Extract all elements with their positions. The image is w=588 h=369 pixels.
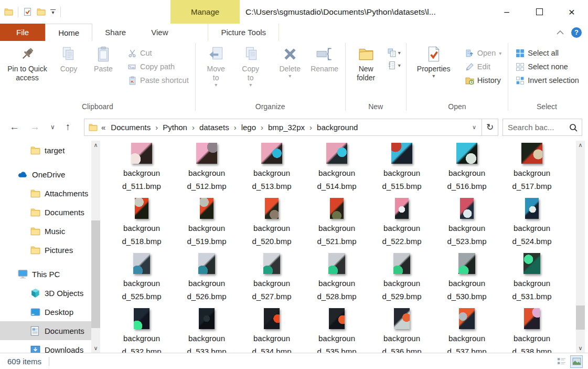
tab-home[interactable]: Home bbox=[45, 24, 92, 41]
sidebar-item-this-pc[interactable]: This PC bbox=[0, 265, 91, 283]
copy-to-button[interactable]: Copy to ▾ bbox=[233, 43, 268, 89]
paste-shortcut-button[interactable]: Paste shortcut bbox=[125, 75, 192, 87]
sidebar-item-music[interactable]: Music bbox=[0, 222, 91, 240]
sidebar-item-documents[interactable]: Documents bbox=[0, 321, 91, 340]
file-tile[interactable]: background_538.bmp bbox=[499, 308, 564, 355]
new-folder-button[interactable]: New folder bbox=[349, 43, 383, 83]
tab-share[interactable]: Share bbox=[92, 24, 138, 41]
file-tile[interactable]: background_534.bmp bbox=[239, 308, 304, 355]
address-dropdown-icon[interactable]: ∨ bbox=[467, 124, 482, 131]
file-tile[interactable]: background_523.bmp bbox=[434, 198, 499, 253]
breadcrumb-item[interactable]: bmp_32px bbox=[266, 123, 307, 132]
delete-button[interactable]: Delete ▾ bbox=[273, 43, 307, 80]
breadcrumb-item[interactable]: lego bbox=[239, 123, 258, 132]
sidebar-scrollbar[interactable]: ∧ ∨ bbox=[91, 141, 100, 353]
scrollbar-thumb[interactable] bbox=[576, 305, 585, 330]
file-tile[interactable]: background_533.bmp bbox=[174, 308, 239, 355]
sidebar-item-documents[interactable]: Documents bbox=[0, 203, 91, 222]
collapse-ribbon-icon[interactable] bbox=[557, 30, 564, 35]
file-tile[interactable]: background_532.bmp bbox=[109, 308, 174, 355]
file-tile[interactable]: background_531.bmp bbox=[499, 253, 564, 308]
copy-button[interactable]: Copy bbox=[51, 43, 86, 75]
invert-selection-button[interactable]: Invert selection bbox=[512, 75, 582, 87]
breadcrumb-overflow-icon[interactable]: « bbox=[101, 123, 109, 132]
sidebar-item-3d-objects[interactable]: 3D Objects bbox=[0, 283, 91, 302]
file-tile[interactable]: background_536.bmp bbox=[369, 308, 434, 355]
customize-toolbar-icon[interactable]: ▾ bbox=[50, 9, 56, 15]
tab-picture-tools[interactable]: Picture Tools bbox=[208, 24, 279, 41]
cut-button[interactable]: Cut bbox=[125, 47, 192, 59]
search-input[interactable] bbox=[503, 123, 569, 132]
properties-button[interactable]: Properties ▾ bbox=[410, 43, 458, 80]
scroll-up-icon[interactable]: ∧ bbox=[91, 141, 100, 150]
file-tile[interactable]: background_519.bmp bbox=[174, 198, 239, 253]
properties-shortcut-icon[interactable] bbox=[23, 7, 32, 16]
up-icon[interactable]: ↑ bbox=[66, 121, 71, 133]
file-tile[interactable]: background_535.bmp bbox=[304, 308, 369, 355]
paste-button[interactable]: Paste bbox=[86, 43, 121, 75]
file-tile[interactable]: background_524.bmp bbox=[499, 198, 564, 253]
sidebar-item-target[interactable]: target bbox=[0, 141, 91, 160]
breadcrumb-item[interactable]: Python bbox=[161, 123, 189, 132]
file-tile[interactable]: background_529.bmp bbox=[369, 253, 434, 308]
file-tile[interactable]: background_511.bmp bbox=[109, 143, 174, 198]
file-tile[interactable]: background_516.bmp bbox=[434, 143, 499, 198]
tab-file[interactable]: File bbox=[0, 24, 45, 41]
folder-icon[interactable] bbox=[4, 7, 13, 16]
file-tile[interactable]: background_518.bmp bbox=[109, 198, 174, 253]
file-tile[interactable]: background_514.bmp bbox=[304, 143, 369, 198]
file-tile[interactable]: background_517.bmp bbox=[499, 143, 564, 198]
scrollbar-track[interactable] bbox=[576, 150, 585, 344]
search-icon[interactable] bbox=[569, 123, 578, 132]
file-tile[interactable]: background_526.bmp bbox=[174, 253, 239, 308]
breadcrumb-item[interactable]: datasets bbox=[197, 123, 231, 132]
history-button[interactable]: History bbox=[462, 75, 505, 87]
rename-button[interactable]: Rename bbox=[307, 43, 342, 75]
sidebar-item-pictures[interactable]: Pictures bbox=[0, 240, 91, 259]
file-tile[interactable]: background_530.bmp bbox=[434, 253, 499, 308]
file-tile[interactable]: background_525.bmp bbox=[109, 253, 174, 308]
file-tile[interactable]: background_522.bmp bbox=[369, 198, 434, 253]
details-view-button[interactable] bbox=[555, 356, 567, 367]
file-tile[interactable]: background_537.bmp bbox=[434, 308, 499, 355]
maximize-button[interactable] bbox=[523, 0, 555, 24]
select-all-button[interactable]: Select all bbox=[512, 47, 582, 59]
forward-icon[interactable]: → bbox=[30, 121, 40, 133]
open-button[interactable]: Open ▾ bbox=[462, 47, 505, 59]
scroll-down-icon[interactable]: ∨ bbox=[576, 344, 585, 353]
refresh-icon[interactable]: ↻ bbox=[482, 119, 498, 135]
sidebar-item-attachments[interactable]: Attachments bbox=[0, 184, 91, 203]
file-tile[interactable]: background_528.bmp bbox=[304, 253, 369, 308]
new-item-button[interactable]: ▾ bbox=[386, 47, 403, 58]
address-bar[interactable]: «Documents›Python›datasets›lego›bmp_32px… bbox=[84, 119, 498, 136]
back-icon[interactable]: ← bbox=[9, 121, 19, 133]
sidebar-item-onedrive[interactable]: OneDrive bbox=[0, 165, 91, 184]
file-tile[interactable]: background_527.bmp bbox=[239, 253, 304, 308]
file-tile[interactable]: background_521.bmp bbox=[304, 198, 369, 253]
breadcrumb-item[interactable]: background bbox=[315, 123, 360, 132]
minimize-button[interactable]: – bbox=[490, 0, 523, 24]
large-icons-view-button[interactable] bbox=[570, 355, 583, 368]
pin-to-quick-access-button[interactable]: Pin to Quick access bbox=[3, 43, 51, 83]
recent-locations-icon[interactable]: ∨ bbox=[50, 123, 55, 131]
file-tile[interactable]: background_520.bmp bbox=[239, 198, 304, 253]
close-button[interactable]: × bbox=[555, 0, 588, 24]
scroll-up-icon[interactable]: ∧ bbox=[576, 141, 585, 150]
help-icon[interactable]: ? bbox=[571, 27, 582, 38]
manage-contextual-tab[interactable]: Manage bbox=[170, 0, 240, 24]
file-tile[interactable]: background_512.bmp bbox=[174, 143, 239, 198]
move-to-button[interactable]: Move to ▾ bbox=[199, 43, 233, 89]
breadcrumb-item[interactable]: Documents bbox=[109, 123, 153, 132]
easy-access-button[interactable]: ▾ bbox=[386, 60, 403, 71]
file-tile[interactable]: background_515.bmp bbox=[369, 143, 434, 198]
edit-button[interactable]: Edit bbox=[462, 61, 505, 73]
scrollbar-thumb[interactable] bbox=[91, 220, 100, 328]
sidebar-item-desktop[interactable]: Desktop bbox=[0, 302, 91, 321]
copy-path-button[interactable]: Copy path bbox=[125, 61, 192, 73]
file-tile[interactable]: background_513.bmp bbox=[239, 143, 304, 198]
tab-view[interactable]: View bbox=[138, 24, 180, 41]
scrollbar-track[interactable] bbox=[91, 150, 100, 344]
file-list-scrollbar[interactable]: ∧ ∨ bbox=[576, 141, 585, 353]
select-none-button[interactable]: Select none bbox=[512, 61, 582, 73]
scroll-down-icon[interactable]: ∨ bbox=[91, 344, 100, 353]
